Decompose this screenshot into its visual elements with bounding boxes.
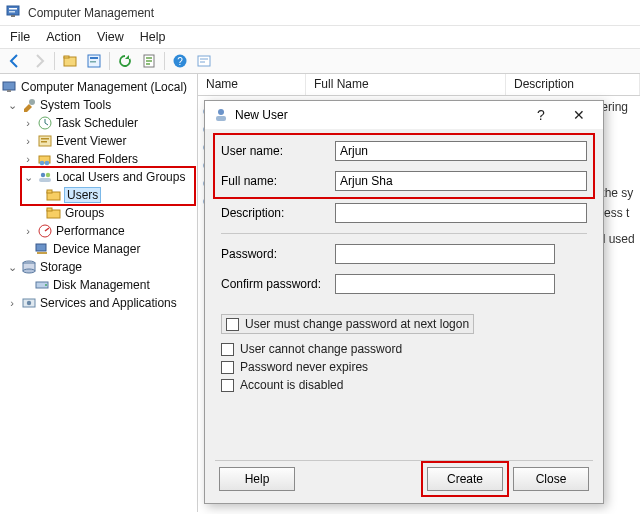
- checkbox-icon: [221, 361, 234, 374]
- refresh-button[interactable]: [114, 51, 136, 71]
- col-name[interactable]: Name: [198, 74, 306, 95]
- svg-text:?: ?: [177, 56, 183, 67]
- tree-users[interactable]: Users: [0, 186, 197, 204]
- checkbox-icon: [226, 318, 239, 331]
- username-input[interactable]: [335, 141, 587, 161]
- tree-services-apps[interactable]: › Services and Applications: [0, 294, 197, 312]
- forward-button[interactable]: [28, 51, 50, 71]
- user-icon: [213, 107, 229, 123]
- dialog-titlebar: New User ? ✕: [205, 101, 603, 129]
- svg-point-24: [46, 173, 50, 177]
- expander-icon[interactable]: ›: [6, 297, 18, 309]
- toolbar-divider: [54, 52, 55, 70]
- app-icon: [6, 3, 22, 22]
- tree-groups[interactable]: Groups: [0, 204, 197, 222]
- svg-rect-13: [3, 82, 15, 90]
- dialog-body: User name: Full name: Description: Passw…: [205, 129, 603, 460]
- perf-icon: [37, 223, 53, 239]
- device-icon: [34, 241, 50, 257]
- dialog-button-row: Help Create Close: [205, 461, 603, 503]
- check-never-expires[interactable]: Password never expires: [221, 360, 587, 374]
- tree-device-manager[interactable]: Device Manager: [0, 240, 197, 258]
- check-label: User must change password at next logon: [245, 317, 469, 331]
- check-disabled[interactable]: Account is disabled: [221, 378, 587, 392]
- svg-rect-53: [216, 116, 226, 121]
- expander-icon[interactable]: ⌄: [6, 261, 18, 274]
- svg-rect-3: [9, 11, 15, 13]
- confirm-password-input[interactable]: [335, 274, 555, 294]
- dialog-close-button[interactable]: ✕: [563, 104, 595, 126]
- menu-file[interactable]: File: [10, 30, 30, 44]
- svg-rect-14: [7, 90, 11, 92]
- dialog-help-button[interactable]: ?: [525, 104, 557, 126]
- menubar: File Action View Help: [0, 26, 640, 48]
- password-input[interactable]: [335, 244, 555, 264]
- help-button[interactable]: ?: [169, 51, 191, 71]
- expander-icon[interactable]: ⌄: [6, 99, 18, 112]
- description-input[interactable]: [335, 203, 587, 223]
- svg-point-39: [27, 301, 31, 305]
- svg-point-35: [23, 269, 35, 273]
- tree-storage[interactable]: ⌄ Storage: [0, 258, 197, 276]
- separator: [221, 233, 587, 234]
- tree-event-viewer[interactable]: › Event Viewer: [0, 132, 197, 150]
- create-button[interactable]: Create: [427, 467, 503, 491]
- svg-point-37: [45, 284, 47, 286]
- computer-icon: [2, 79, 18, 95]
- col-full-name[interactable]: Full Name: [306, 74, 506, 95]
- check-label: User cannot change password: [240, 342, 402, 356]
- tree-label: Users: [65, 188, 100, 202]
- tree-label: Storage: [40, 260, 82, 274]
- tree-label: Device Manager: [53, 242, 140, 256]
- export-button[interactable]: [138, 51, 160, 71]
- checkbox-icon: [221, 343, 234, 356]
- menu-help[interactable]: Help: [140, 30, 166, 44]
- fullname-input[interactable]: [335, 171, 587, 191]
- confirm-label: Confirm password:: [221, 277, 331, 291]
- expander-icon[interactable]: ›: [22, 153, 34, 165]
- tree-label: Groups: [65, 206, 104, 220]
- field-password: Password:: [221, 244, 587, 264]
- tree-system-tools[interactable]: ⌄ System Tools: [0, 96, 197, 114]
- share-icon: [37, 151, 53, 167]
- menu-view[interactable]: View: [97, 30, 124, 44]
- col-description[interactable]: Description: [506, 74, 640, 95]
- help-button[interactable]: Help: [219, 467, 295, 491]
- tree-task-scheduler[interactable]: › Task Scheduler: [0, 114, 197, 132]
- description-label: Description:: [221, 206, 331, 220]
- storage-icon: [21, 259, 37, 275]
- svg-rect-31: [36, 244, 46, 251]
- expander-icon[interactable]: ›: [22, 225, 34, 237]
- tree-performance[interactable]: › Performance: [0, 222, 197, 240]
- expander-icon[interactable]: ›: [22, 135, 34, 147]
- back-button[interactable]: [4, 51, 26, 71]
- properties-button[interactable]: [83, 51, 105, 71]
- tree-shared-folders[interactable]: › Shared Folders: [0, 150, 197, 168]
- action-button[interactable]: [193, 51, 215, 71]
- username-label: User name:: [221, 144, 331, 158]
- tree-label: Disk Management: [53, 278, 150, 292]
- expander-icon[interactable]: ⌄: [22, 171, 34, 184]
- close-button[interactable]: Close: [513, 467, 589, 491]
- tree-root[interactable]: Computer Management (Local): [0, 78, 197, 96]
- svg-rect-27: [47, 190, 52, 193]
- tree-label: Task Scheduler: [56, 116, 138, 130]
- check-must-change[interactable]: User must change password at next logon: [221, 314, 474, 334]
- check-cannot-change[interactable]: User cannot change password: [221, 342, 587, 356]
- password-label: Password:: [221, 247, 331, 261]
- tree-label: System Tools: [40, 98, 111, 112]
- svg-point-23: [41, 173, 45, 177]
- svg-point-15: [29, 99, 35, 105]
- dialog-title: New User: [235, 108, 288, 122]
- check-label: Account is disabled: [240, 378, 343, 392]
- new-container-button[interactable]: [59, 51, 81, 71]
- field-fullname: Full name:: [221, 171, 587, 191]
- tree-label: Local Users and Groups: [56, 170, 185, 184]
- tree-disk-management[interactable]: Disk Management: [0, 276, 197, 294]
- services-icon: [21, 295, 37, 311]
- menu-action[interactable]: Action: [46, 30, 81, 44]
- new-user-dialog: New User ? ✕ User name: Full name: Descr…: [204, 100, 604, 504]
- toolbar-divider: [109, 52, 110, 70]
- expander-icon[interactable]: ›: [22, 117, 34, 129]
- tree-local-users[interactable]: ⌄ Local Users and Groups: [0, 168, 197, 186]
